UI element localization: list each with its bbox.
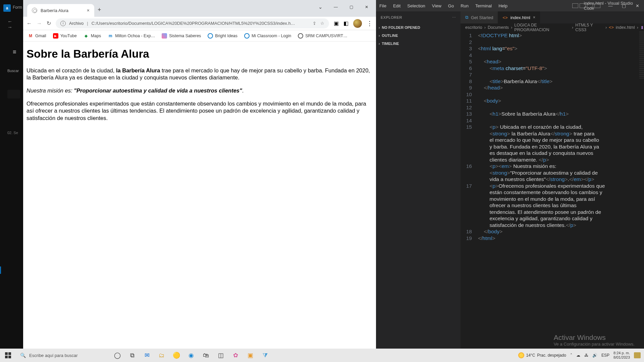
- nav-arrows[interactable]: ← →: [7, 18, 23, 30]
- selected-row[interactable]: 02. Se: [7, 131, 18, 135]
- site-info-icon[interactable]: i: [60, 21, 66, 26]
- menu-selection[interactable]: Selection: [404, 3, 428, 8]
- vscode-title: index.html - Visual Studio Code: [584, 1, 644, 11]
- explorer-more-icon[interactable]: ⋯: [452, 15, 456, 20]
- cortana-icon[interactable]: ◯: [110, 349, 125, 362]
- browser-tab[interactable]: Barbería Alura ×: [27, 4, 94, 17]
- code-editor[interactable]: 1234567891011121314 15 16 17 18 19 <!DOC…: [461, 32, 644, 352]
- bookmark-label: Milton Ochoa - Exp…: [115, 34, 155, 38]
- maximize-button[interactable]: ▢: [344, 2, 359, 12]
- menu-terminal[interactable]: Terminal: [472, 3, 495, 8]
- explorer-section-nofolder[interactable]: ›NO FOLDER OPENED: [376, 23, 461, 32]
- youtube-icon: ▶: [53, 33, 58, 39]
- explorer-section-timeline[interactable]: ›TIMELINE: [376, 40, 461, 48]
- crumb[interactable]: index.html: [616, 25, 635, 30]
- explorer-icon[interactable]: 🗂: [154, 349, 169, 362]
- bookmark-youtube[interactable]: ▶YouTube: [53, 33, 77, 39]
- store-icon[interactable]: 🛍: [199, 349, 213, 362]
- close-tab-icon[interactable]: ×: [533, 15, 535, 20]
- code-lines[interactable]: <!DOCTYPE html><html lang="es"> <head> <…: [478, 32, 644, 352]
- tab-title: Barbería Alura: [41, 8, 68, 13]
- dropdown-icon[interactable]: ⌄: [313, 2, 328, 12]
- clock[interactable]: 8:24 p. m. 8/01/2023: [613, 351, 630, 360]
- menu-edit[interactable]: Edit: [390, 3, 404, 8]
- crumb[interactable]: LOGICA DE PROGRAMACION: [514, 23, 570, 32]
- bookmark-saberes[interactable]: Sistema Saberes: [162, 33, 201, 39]
- kebab-menu-icon[interactable]: ⋮: [367, 20, 373, 27]
- explorer-section-outline[interactable]: ›OUTLINE: [376, 32, 461, 40]
- chevron-up-icon[interactable]: ˄: [570, 353, 572, 358]
- network-icon[interactable]: 🖧: [584, 353, 588, 358]
- external-app-sidebar: a Form ← → ≡ Buscar 02. Se: [0, 0, 23, 362]
- onedrive-icon[interactable]: ☁: [576, 353, 580, 358]
- extensions-icon[interactable]: ▣: [334, 20, 339, 26]
- menu-view[interactable]: View: [429, 3, 445, 8]
- share-icon[interactable]: ⇪: [313, 21, 316, 26]
- app-logo-text: Form: [13, 5, 22, 10]
- bookmark-label: Bright Ideas: [215, 34, 237, 38]
- bookmark-gmail[interactable]: MGmail: [28, 33, 46, 39]
- start-button[interactable]: [0, 349, 16, 362]
- profile-avatar[interactable]: [353, 19, 362, 28]
- tab-label: index.html: [511, 15, 530, 20]
- page-h1: Sobre la Barbería Alura: [26, 48, 373, 60]
- close-tab-icon[interactable]: ×: [87, 8, 90, 13]
- star-icon[interactable]: ☆: [320, 21, 324, 26]
- bookmark-classroom[interactable]: Mi Classroom - Login: [244, 33, 291, 39]
- menu-run[interactable]: Run: [457, 3, 472, 8]
- bookmark-label: YouTube: [60, 34, 77, 38]
- crumb[interactable]: escritorio: [465, 25, 482, 30]
- taskbar-apps: ◯ ⧉ ✉ 🗂 🟡 ◉ 🛍 ◫ ✿ ▣ ⧩: [110, 349, 272, 362]
- app-icon[interactable]: ◫: [213, 349, 228, 362]
- notifications-icon[interactable]: [634, 352, 641, 358]
- saberes-icon: [162, 33, 167, 39]
- tab-get-started[interactable]: ⧉ Get Started: [461, 11, 498, 23]
- crumb[interactable]: HTML5 Y CSS3: [575, 23, 603, 32]
- url-scheme-label: Archivo: [69, 21, 84, 26]
- back-arrow-icon[interactable]: ←: [7, 18, 12, 24]
- menu-help[interactable]: Help: [495, 3, 511, 8]
- breadcrumb[interactable]: escritorio› Documents› LOGICA DE PROGRAM…: [461, 23, 644, 32]
- edge-icon[interactable]: ◉: [184, 349, 199, 362]
- hamburger-icon[interactable]: ≡: [13, 49, 16, 56]
- bookmark-bright[interactable]: Bright Ideas: [208, 33, 237, 39]
- sublime-icon[interactable]: ▣: [243, 349, 258, 362]
- html-file-icon: <>: [502, 15, 507, 20]
- rendered-page: Sobre la Barbería Alura Ubicada en el co…: [23, 42, 376, 354]
- forward-arrow-icon[interactable]: →: [7, 24, 12, 30]
- bookmark-label: SRM CAMPUSVIRT…: [305, 34, 347, 38]
- sidepanel-icon[interactable]: ◧: [343, 20, 348, 26]
- new-tab-button[interactable]: +: [98, 6, 101, 13]
- language-indicator[interactable]: ESP: [601, 353, 609, 358]
- close-window-button[interactable]: ✕: [359, 2, 374, 12]
- menu-file[interactable]: File: [376, 3, 390, 8]
- page-p1: Ubicada en el corazón de la ciudad, la B…: [26, 67, 373, 81]
- app-logo[interactable]: a: [3, 4, 11, 12]
- taskbar-search[interactable]: 🔍 Escribe aquí para buscar: [16, 349, 110, 362]
- bookmark-maps[interactable]: ◆Maps: [84, 33, 101, 39]
- menu-go[interactable]: Go: [445, 3, 457, 8]
- reload-button[interactable]: ↻: [47, 20, 51, 26]
- bright-icon: [208, 33, 213, 39]
- search-field[interactable]: [7, 90, 20, 99]
- bookmark-label: Gmail: [35, 34, 46, 38]
- tab-index-html[interactable]: <> index.html ×: [498, 11, 540, 23]
- minimap[interactable]: [639, 32, 644, 78]
- minimize-button[interactable]: —: [328, 2, 343, 12]
- bookmark-srm[interactable]: SRM CAMPUSVIRT…: [298, 33, 347, 39]
- mail-icon[interactable]: ✉: [140, 349, 154, 362]
- app-icon-2[interactable]: ✿: [228, 349, 243, 362]
- chrome-taskbar-icon[interactable]: 🟡: [169, 349, 184, 362]
- url-input[interactable]: i Archivo | C:/Users/escritorio/Document…: [56, 18, 329, 28]
- bookmark-label: Mi Classroom - Login: [252, 34, 291, 38]
- editor-area: ⧉ Get Started <> index.html × escritorio…: [461, 11, 644, 352]
- taskview-icon[interactable]: ⧉: [125, 349, 140, 362]
- vscode-taskbar-icon[interactable]: ⧩: [258, 349, 272, 362]
- activate-windows-watermark: Activar Windows Ve a Configuración para …: [554, 334, 635, 347]
- layout-1-icon[interactable]: [572, 3, 578, 8]
- crumb[interactable]: Documents: [488, 25, 509, 30]
- back-button[interactable]: ←: [26, 20, 32, 26]
- bookmark-milton[interactable]: mMilton Ochoa - Exp…: [108, 33, 155, 39]
- volume-icon[interactable]: 🔊: [592, 353, 597, 358]
- weather-widget[interactable]: 14°C Prac. despejado: [518, 352, 567, 358]
